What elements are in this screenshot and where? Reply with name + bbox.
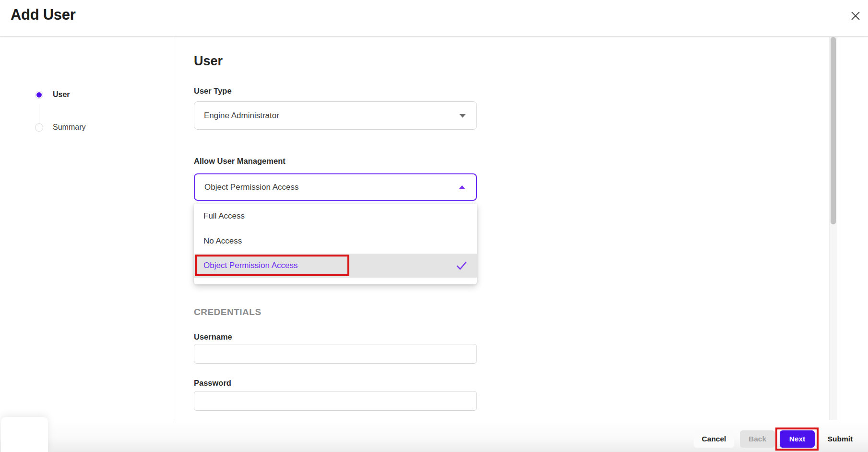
modal-footer: Cancel Back Next Submit bbox=[0, 420, 868, 452]
stepper-sidebar: User Summary bbox=[0, 37, 173, 420]
step-pending-circle-icon bbox=[35, 123, 43, 132]
step-label: Summary bbox=[53, 123, 85, 132]
allow-user-management-label: Allow User Management bbox=[194, 157, 285, 166]
scrollbar-thumb[interactable] bbox=[831, 37, 836, 224]
scrollbar-track[interactable] bbox=[829, 37, 837, 420]
submit-button[interactable]: Submit bbox=[820, 430, 860, 448]
corner-overlay-box bbox=[1, 417, 48, 452]
next-button[interactable]: Next bbox=[780, 430, 815, 448]
checkmark-icon bbox=[456, 261, 467, 273]
step-label: User bbox=[53, 90, 70, 99]
close-icon bbox=[850, 10, 861, 24]
modal-header: Add User bbox=[0, 0, 868, 37]
password-label: Password bbox=[194, 379, 231, 388]
user-type-select[interactable]: Engine Administrator bbox=[194, 101, 477, 130]
stepper-step-user[interactable]: User bbox=[35, 90, 70, 99]
user-type-label: User Type bbox=[194, 86, 232, 96]
username-field[interactable] bbox=[194, 344, 477, 364]
user-type-value: Engine Administrator bbox=[204, 111, 279, 121]
option-full-access[interactable]: Full Access bbox=[194, 204, 477, 229]
allow-user-management-dropdown-menu: Full Access No Access Object Permission … bbox=[194, 204, 477, 284]
chevron-down-icon bbox=[459, 114, 466, 118]
modal-title: Add User bbox=[11, 6, 75, 24]
stepper-step-summary[interactable]: Summary bbox=[35, 123, 85, 132]
option-object-permission-access[interactable]: Object Permission Access bbox=[194, 254, 477, 278]
credentials-section-heading: CREDENTIALS bbox=[194, 307, 262, 318]
close-button[interactable] bbox=[850, 11, 861, 23]
page-title: User bbox=[194, 54, 223, 69]
chevron-up-icon bbox=[459, 185, 465, 189]
allow-user-management-select[interactable]: Object Permission Access bbox=[194, 173, 477, 201]
allow-user-management-value: Object Permission Access bbox=[204, 183, 299, 192]
form-content: User User Type Engine Administrator Allo… bbox=[173, 37, 829, 420]
username-label: Username bbox=[194, 332, 232, 342]
step-active-dot-icon bbox=[35, 91, 43, 99]
back-button[interactable]: Back bbox=[740, 430, 775, 448]
cancel-button[interactable]: Cancel bbox=[694, 430, 734, 448]
option-no-access[interactable]: No Access bbox=[194, 229, 477, 254]
password-field[interactable] bbox=[194, 391, 477, 411]
